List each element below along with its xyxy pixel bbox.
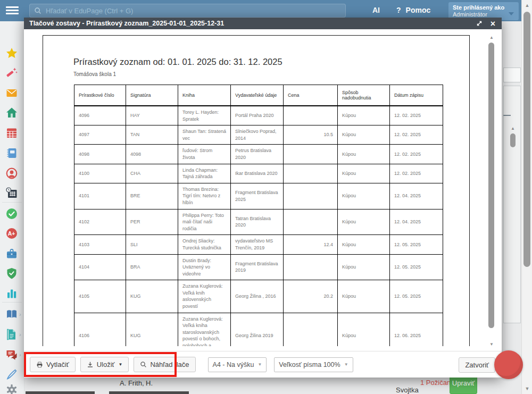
global-search[interactable] [29, 4, 346, 18]
print-button-label: Vytlačiť [46, 361, 69, 368]
table-cell: Tatran Bratislava 2020 [231, 209, 284, 235]
table-cell: Fragment Bratislava 2019 [231, 254, 284, 280]
scroll-down-icon[interactable]: ▼ [522, 386, 532, 391]
table-cell: Georg Žilina 2019 [231, 313, 284, 346]
table-cell: Kúpou [338, 235, 390, 254]
table-cell: 12.4 [284, 235, 338, 254]
document-title: Prírastkový zoznam od: 01. 01. 2025 do: … [73, 57, 469, 67]
page-scrollbar[interactable]: ▲ ▼ [521, 0, 532, 394]
font-size-select[interactable]: Veľkosť písma 100% ▼ [274, 357, 353, 372]
pen-icon[interactable] [5, 368, 18, 381]
modal-scroll-up-icon[interactable]: ▲ [487, 35, 496, 40]
table-cell: 12. 06. 2025 [390, 313, 443, 346]
font-size-value: Veľkosť písma 100% [279, 361, 340, 368]
table-cell: KUG [126, 313, 178, 346]
help-button[interactable]: ? Pomoc [396, 6, 430, 14]
assistant-fab[interactable] [494, 350, 523, 379]
edit-button[interactable]: Upraviť [450, 376, 477, 394]
paper-format-select[interactable]: A4 - Na výšku ▼ [208, 357, 267, 372]
column-header: Vydavateľské údaje [231, 85, 284, 106]
document-subtitle: Tomášova škola 1 [73, 71, 469, 77]
table-cell [284, 106, 338, 125]
chevron-down-icon [509, 12, 514, 15]
table-cell: Zuzana Kuglerová: Veľká knih aslovenskýc… [178, 280, 231, 313]
table-cell: 4098 [74, 145, 126, 164]
table-cell: Shaun Tan: Stratená vec [178, 125, 231, 145]
home-icon[interactable] [5, 106, 18, 119]
table-cell [284, 209, 338, 235]
close-icon[interactable]: × [491, 18, 495, 30]
page-scrollbar-thumb[interactable] [523, 12, 530, 267]
person-icon[interactable] [5, 167, 18, 180]
settings-gear-icon[interactable] [5, 383, 18, 394]
table-cell [284, 145, 338, 164]
table-cell: KUG [126, 280, 178, 313]
notebook-icon[interactable] [5, 147, 18, 160]
table-cell: Dustin Brady: Uväznený vo videohre [178, 254, 231, 280]
table-cell: HAY [126, 106, 178, 125]
table-row: 4102PERPhilippa Perry: Toto mali čítať n… [74, 209, 443, 235]
document-icon[interactable] [5, 328, 18, 341]
printer-icon [36, 361, 43, 368]
chat-icon[interactable] [5, 348, 18, 361]
star-icon[interactable] [5, 47, 18, 60]
table-cell: 4097 [74, 125, 126, 145]
ai-button[interactable]: AI [372, 6, 380, 14]
table-row: 4096HAYTorey L. Hayden: SpratekPortál Pr… [74, 106, 443, 125]
table-cell: 4100 [74, 164, 126, 183]
table-cell: 4101 [74, 183, 126, 209]
print-reports-modal: Tlačové zostavy - Prírastkový zoznam_202… [24, 18, 502, 378]
table-row: 4104BRADustin Brady: Uväznený vo videohr… [74, 254, 443, 280]
background-publisher-text: Svojtka [396, 386, 419, 394]
table-cell: vydavateľstvo MS Trenčín, 2019 [231, 235, 284, 254]
briefcase-icon[interactable] [5, 247, 18, 260]
help-question-icon: ? [396, 6, 401, 14]
modal-scrollbar-thumb[interactable] [488, 43, 494, 328]
background-scroll-up-icon[interactable]: ▲ [509, 126, 517, 131]
chevron-down-icon: ▼ [344, 362, 348, 367]
table-cell: TAN [126, 125, 178, 145]
table-cell: Philippa Perry: Toto mali čítať naši rod… [178, 209, 231, 235]
magic-wand-icon[interactable] [5, 66, 18, 79]
background-divider [503, 115, 511, 116]
search-input[interactable] [45, 6, 341, 15]
table-cell: Torey L. Hayden: Spratek [178, 106, 231, 125]
table-cell: Portál Praha 2020 [231, 106, 284, 125]
timetable-icon[interactable] [5, 127, 18, 139]
calendar-clock-icon[interactable] [5, 187, 18, 199]
scroll-up-icon[interactable]: ▲ [522, 3, 532, 8]
print-preview-button[interactable]: Náhľad tlače [134, 357, 195, 372]
check-circle-icon[interactable] [5, 207, 18, 220]
background-panel-small [503, 68, 521, 82]
table-cell: BRA [126, 254, 178, 280]
close-button[interactable]: Zatvoriť [459, 357, 495, 373]
hamburger-menu-icon[interactable] [6, 5, 21, 16]
table-cell: Thomas Brezina: Tigrí tím: Netvro z hlbí… [178, 183, 231, 209]
modal-scrollbar[interactable]: ▲ ▼ [487, 32, 496, 347]
submenu-chevron-icon: › [19, 311, 21, 317]
print-button[interactable]: Vytlačiť [30, 357, 76, 372]
bar-chart-icon[interactable] [5, 287, 18, 300]
column-header: Kniha [178, 85, 231, 106]
table-cell: Ondrej Sliacky: Turecká studnička [178, 235, 231, 254]
library-book-icon[interactable] [5, 308, 18, 321]
save-button[interactable]: Uložiť ▼ [80, 357, 129, 372]
table-cell: Kúpou [338, 313, 390, 346]
table-cell: Kúpou [338, 254, 390, 280]
background-scrollbar-thumb[interactable] [510, 133, 516, 147]
table-cell: Fragment Bratislava 2025 [231, 183, 284, 209]
modal-scroll-down-icon[interactable]: ▼ [487, 342, 496, 347]
expand-icon[interactable] [476, 20, 483, 27]
table-cell: 4102 [74, 209, 126, 235]
table-cell: PER [126, 209, 178, 235]
print-preview-area: Prírastkový zoznam od: 01. 01. 2025 do: … [24, 29, 502, 351]
table-cell: Kúpou [338, 209, 390, 235]
grade-aplus-icon[interactable]: A+ [5, 227, 18, 240]
close-button-label: Zatvoriť [465, 361, 489, 369]
save-button-label: Uložiť [97, 361, 115, 368]
table-cell: 12. 05. 2025 [390, 235, 443, 254]
shield-check-icon[interactable] [5, 267, 18, 280]
clipped-row-text [26, 391, 95, 394]
mail-icon[interactable] [5, 87, 18, 99]
chevron-down-icon: ▼ [118, 362, 122, 367]
